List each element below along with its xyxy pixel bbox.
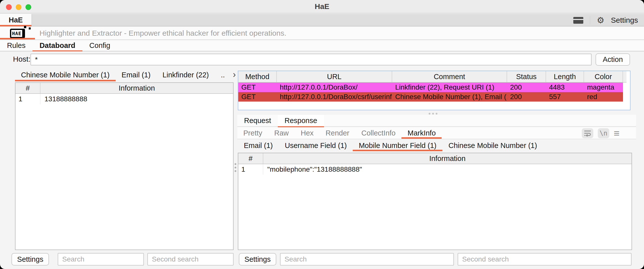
table-row[interactable]: 1 "mobilephone":"13188888888" bbox=[238, 164, 632, 175]
left-settings-button[interactable]: Settings bbox=[12, 253, 49, 266]
host-input[interactable] bbox=[30, 54, 592, 65]
right-settings-button[interactable]: Settings bbox=[239, 253, 276, 266]
tab-markinfo[interactable]: MarkInfo bbox=[402, 127, 442, 140]
tab-databoard[interactable]: Databoard bbox=[32, 40, 82, 51]
tab-mark-email[interactable]: Email (1) bbox=[238, 139, 279, 152]
column-header-length[interactable]: Length bbox=[546, 71, 584, 82]
row-num: 1 bbox=[238, 164, 263, 175]
action-button[interactable]: Action bbox=[596, 53, 630, 66]
cell-length: 4483 bbox=[546, 83, 584, 92]
hae-logo-icon: HAE bbox=[10, 29, 25, 38]
column-header-information[interactable]: Information bbox=[40, 83, 233, 93]
column-header-num[interactable]: # bbox=[16, 83, 40, 93]
newline-glyph: \n bbox=[600, 130, 607, 137]
table-row[interactable]: 1 13188888888 bbox=[16, 94, 233, 104]
cell-method: GET bbox=[238, 92, 277, 102]
cell-url: http://127.0.0.1/DoraBox/ bbox=[277, 83, 392, 92]
tab-hex[interactable]: Hex bbox=[295, 127, 320, 140]
tab-collectinfo[interactable]: CollectInfo bbox=[355, 127, 402, 140]
markinfo-table: # Information 1 "mobilephone":"131888888… bbox=[238, 153, 632, 250]
tab-chinese-mobile-number[interactable]: Chinese Mobile Number (1) bbox=[15, 69, 116, 81]
host-label: Host: bbox=[13, 51, 30, 67]
titlebar: HaE bbox=[0, 0, 644, 13]
tab-response[interactable]: Response bbox=[278, 115, 324, 127]
tab-request[interactable]: Request bbox=[237, 115, 278, 127]
layout-panel-icon[interactable] bbox=[573, 17, 583, 24]
panel-splitter-handle[interactable] bbox=[234, 163, 236, 172]
row-num: 1 bbox=[16, 94, 40, 104]
tab-overflow-ellipsis[interactable]: .. bbox=[215, 69, 231, 81]
logo-pixel-accent bbox=[24, 26, 26, 28]
word-wrap-icon[interactable] bbox=[582, 128, 593, 138]
editor-splitter-handle[interactable] bbox=[429, 113, 438, 115]
tab-raw[interactable]: Raw bbox=[268, 127, 295, 140]
column-header-filler bbox=[623, 71, 626, 82]
cell-status: 200 bbox=[507, 92, 546, 102]
host-filter-row: Host: Action bbox=[0, 51, 644, 67]
column-header-information[interactable]: Information bbox=[263, 153, 632, 164]
hae-window: HaE HaE ⚙ Settings HAE Highlighter and E… bbox=[0, 0, 644, 269]
tab-config[interactable]: Config bbox=[82, 40, 118, 51]
response-view-tabs: Pretty Raw Hex Render CollectInfo MarkIn… bbox=[237, 127, 636, 139]
left-second-search-input[interactable] bbox=[148, 253, 234, 266]
tab-email[interactable]: Email (1) bbox=[116, 69, 157, 81]
table-header: # Information bbox=[238, 153, 632, 164]
window-title: HaE bbox=[0, 0, 644, 13]
panel-icon-stripe bbox=[573, 19, 583, 20]
hae-logo-text: HAE bbox=[11, 30, 22, 37]
settings-button[interactable]: Settings bbox=[611, 16, 638, 24]
cell-method: GET bbox=[238, 83, 277, 92]
newline-toggle-icon[interactable]: \n bbox=[598, 128, 609, 138]
gear-icon[interactable]: ⚙ bbox=[597, 16, 604, 24]
editor-menu-icon[interactable]: ≡ bbox=[614, 128, 620, 138]
url-row-red[interactable]: GET http://127.0.0.1/DoraBox/csrf/userin… bbox=[238, 92, 623, 102]
logo-pixel-accent bbox=[29, 27, 31, 29]
toolbar-divider bbox=[590, 16, 590, 24]
banner: HAE Highlighter and Extractor - Empower … bbox=[0, 27, 644, 40]
row-information: "mobilephone":"13188888888" bbox=[263, 164, 632, 175]
main-nav-tabs: Rules Databoard Config bbox=[0, 40, 644, 51]
tab-mark-username-field[interactable]: Username Field (1) bbox=[279, 139, 353, 152]
column-header-color[interactable]: Color bbox=[584, 71, 623, 82]
tab-render[interactable]: Render bbox=[320, 127, 355, 140]
active-tab-underline bbox=[0, 25, 32, 26]
request-response-tabs: Request Response bbox=[237, 115, 636, 127]
cell-comment: Linkfinder (22), Request URI (1) bbox=[392, 83, 507, 92]
url-table-header: Method URL Comment Status Length Color bbox=[238, 71, 626, 83]
url-results-table[interactable]: Method URL Comment Status Length Color G… bbox=[238, 71, 630, 110]
left-info-table: # Information 1 13188888888 bbox=[15, 82, 234, 250]
app-subtitle: Highlighter and Extractor - Empower ethi… bbox=[40, 27, 286, 39]
markinfo-category-tabs: Email (1) Username Field (1) Mobile Numb… bbox=[238, 139, 543, 152]
scroll-tabs-right-icon[interactable]: › bbox=[231, 69, 238, 81]
word-wrap-glyph bbox=[584, 130, 591, 136]
tab-hae[interactable]: HaE bbox=[0, 14, 32, 26]
right-second-search-input[interactable] bbox=[458, 253, 632, 266]
table-header: # Information bbox=[16, 83, 233, 94]
left-result-tabs: Chinese Mobile Number (1) Email (1) Link… bbox=[15, 69, 248, 81]
cell-length: 557 bbox=[546, 92, 584, 102]
cell-color: red bbox=[584, 92, 623, 102]
tab-linkfinder[interactable]: Linkfinder (22) bbox=[157, 69, 215, 81]
column-header-comment[interactable]: Comment bbox=[392, 71, 507, 82]
tab-mark-chinese-mobile-number[interactable]: Chinese Mobile Number (1) bbox=[442, 139, 543, 152]
app-tab-strip: HaE ⚙ Settings bbox=[0, 14, 644, 26]
right-search-input[interactable] bbox=[280, 253, 454, 266]
left-search-input[interactable] bbox=[58, 253, 144, 266]
column-header-status[interactable]: Status bbox=[507, 71, 546, 82]
column-header-method[interactable]: Method bbox=[238, 71, 277, 82]
column-header-url[interactable]: URL bbox=[277, 71, 392, 82]
row-information: 13188888888 bbox=[40, 94, 233, 104]
cell-comment: Chinese Mobile Number (1), Email (1... bbox=[392, 92, 507, 102]
logo-tab-underline bbox=[0, 38, 35, 39]
cell-url: http://127.0.0.1/DoraBox/csrf/userinf... bbox=[277, 92, 392, 102]
cell-status: 200 bbox=[507, 83, 546, 92]
cell-color: magenta bbox=[584, 83, 623, 92]
tab-mark-mobile-number-field[interactable]: Mobile Number Field (1) bbox=[353, 139, 442, 152]
tab-pretty[interactable]: Pretty bbox=[237, 127, 268, 140]
tab-rules[interactable]: Rules bbox=[0, 40, 32, 51]
column-header-num[interactable]: # bbox=[238, 153, 263, 164]
tab-hae-label: HaE bbox=[9, 16, 23, 24]
url-row-magenta[interactable]: GET http://127.0.0.1/DoraBox/ Linkfinder… bbox=[238, 83, 623, 92]
